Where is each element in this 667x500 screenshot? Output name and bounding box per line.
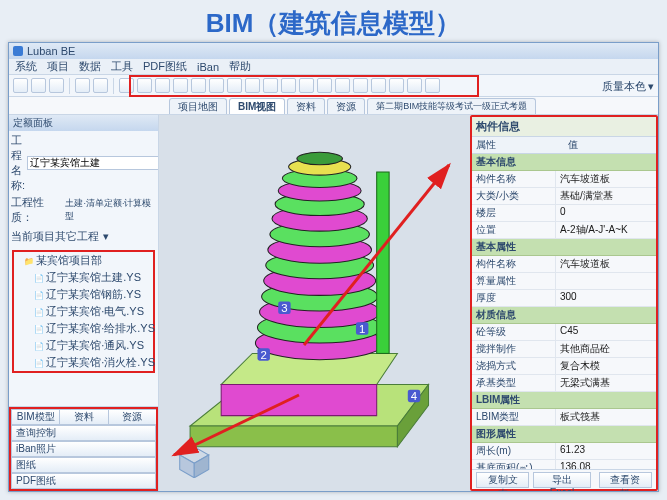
prop-row[interactable]: 厚度300	[472, 290, 656, 307]
prop-row[interactable]: 砼等级C45	[472, 324, 656, 341]
prop-value: C45	[556, 324, 656, 340]
toolbar-button[interactable]	[353, 78, 368, 93]
menu-data[interactable]: 数据	[79, 59, 101, 74]
toolbar-button[interactable]	[31, 78, 46, 93]
prop-value: 复合木模	[556, 358, 656, 374]
prop-group-header[interactable]: 基本信息	[472, 154, 656, 171]
toolbar-button[interactable]	[299, 78, 314, 93]
toolbar-button[interactable]	[389, 78, 404, 93]
tab-resource[interactable]: 资源	[327, 98, 365, 114]
prop-key: 浇捣方式	[472, 358, 556, 374]
quality-label[interactable]: 质量本色▾	[602, 75, 654, 97]
prop-row[interactable]: 周长(m)61.23	[472, 443, 656, 460]
tree-item[interactable]: 辽宁某宾馆·通风.YS	[14, 337, 153, 354]
svg-text:3: 3	[281, 302, 287, 314]
project-name-label: 工程名称:	[11, 133, 25, 193]
menu-help[interactable]: 帮助	[229, 59, 251, 74]
toolbar-button[interactable]	[317, 78, 332, 93]
toolbar-button[interactable]	[13, 78, 28, 93]
tree-item[interactable]: 辽宁某宾馆土建.YS	[14, 269, 153, 286]
nav-drawings[interactable]: 图纸	[11, 457, 156, 473]
toolbar-button[interactable]	[371, 78, 386, 93]
toolbar-separator	[69, 78, 70, 94]
tab-exam[interactable]: 第二期BIM技能等级考试一级正式考题	[367, 98, 536, 114]
property-panel-title: 构件信息	[472, 117, 656, 137]
prop-group-header[interactable]: LBIM属性	[472, 392, 656, 409]
property-list[interactable]: 基本信息构件名称汽车坡道板大类/小类基础/满堂基楼层0位置A-2轴/A-J'-A…	[472, 154, 656, 469]
menu-pdf[interactable]: PDF图纸	[143, 59, 187, 74]
nav-query[interactable]: 查询控制	[11, 425, 156, 441]
prop-row[interactable]: 大类/小类基础/满堂基	[472, 188, 656, 205]
prop-row[interactable]: 搅拌制作其他商品砼	[472, 341, 656, 358]
prop-row[interactable]: 基底面积(㎡)136.08	[472, 460, 656, 469]
toolbar-separator	[113, 78, 114, 94]
left-panel: 定额面板 工程名称: 选择 工程性质： 土建·清单定额·计算模型 当前项目其它工…	[9, 115, 159, 491]
app-title: Luban BE	[27, 45, 75, 57]
menu-project[interactable]: 项目	[47, 59, 69, 74]
prop-row[interactable]: 算量属性	[472, 273, 656, 290]
prop-key: 厚度	[472, 290, 556, 306]
nav-bim-model[interactable]: BIM模型	[11, 409, 59, 425]
menu-tools[interactable]: 工具	[111, 59, 133, 74]
prop-row[interactable]: 构件名称汽车坡道板	[472, 256, 656, 273]
nav-resource[interactable]: 资源	[108, 409, 156, 425]
toolbar-button[interactable]	[245, 78, 260, 93]
export-excel-button[interactable]: 导出Excel	[533, 472, 591, 488]
toolbar-button[interactable]	[75, 78, 90, 93]
toolbar-button[interactable]	[209, 78, 224, 93]
tab-material[interactable]: 资料	[287, 98, 325, 114]
toolbar-button[interactable]	[227, 78, 242, 93]
tree-item[interactable]: 辽宁某宾馆·给排水.YS	[14, 320, 153, 337]
prop-value: 136.08	[556, 460, 656, 469]
prop-row[interactable]: LBIM类型板式筏基	[472, 409, 656, 426]
toolbar: 质量本色▾	[9, 75, 658, 97]
tree-item[interactable]: 辽宁某宾馆·电气.YS	[14, 303, 153, 320]
prop-row[interactable]: 构件名称汽车坡道板	[472, 171, 656, 188]
toolbar-button[interactable]	[425, 78, 440, 93]
project-name-input[interactable]	[27, 156, 158, 170]
prop-row[interactable]: 位置A-2轴/A-J'-A~K	[472, 222, 656, 239]
menu-iban[interactable]: iBan	[197, 61, 219, 73]
prop-row[interactable]: 楼层0	[472, 205, 656, 222]
switch-project-label: 当前项目其它工程	[11, 229, 99, 244]
project-tree[interactable]: 某宾馆项目部 辽宁某宾馆土建.YS 辽宁某宾馆钢筋.YS 辽宁某宾馆·电气.YS…	[11, 246, 156, 377]
svg-point-18	[297, 152, 343, 164]
copy-text-button[interactable]: 复制文本	[476, 472, 529, 488]
toolbar-button[interactable]	[263, 78, 278, 93]
tree-item[interactable]: 辽宁某宾馆·消火栓.YS	[14, 354, 153, 371]
prop-key: 基底面积(㎡)	[472, 460, 556, 469]
toolbar-button[interactable]	[119, 78, 134, 93]
prop-header-key: 属性	[472, 137, 564, 153]
nav-pdf-drawings[interactable]: PDF图纸	[11, 473, 156, 489]
prop-key: 大类/小类	[472, 188, 556, 204]
toolbar-button[interactable]	[49, 78, 64, 93]
toolbar-button[interactable]	[335, 78, 350, 93]
prop-key: 位置	[472, 222, 556, 238]
tab-map[interactable]: 项目地图	[169, 98, 227, 114]
toolbar-button[interactable]	[281, 78, 296, 93]
menu-system[interactable]: 系统	[15, 59, 37, 74]
building-model: 3 2 1 4	[159, 115, 470, 478]
nav-iban-photo[interactable]: iBan照片	[11, 441, 156, 457]
prop-value: 61.23	[556, 443, 656, 459]
tree-root[interactable]: 某宾馆项目部	[14, 252, 153, 269]
prop-group-header[interactable]: 基本属性	[472, 239, 656, 256]
tab-bim-view[interactable]: BIM视图	[229, 98, 285, 114]
prop-key: 构件名称	[472, 171, 556, 187]
nav-material[interactable]: 资料	[59, 409, 107, 425]
prop-row[interactable]: 浇捣方式复合木模	[472, 358, 656, 375]
prop-group-header[interactable]: 图形属性	[472, 426, 656, 443]
toolbar-button[interactable]	[191, 78, 206, 93]
toolbar-button[interactable]	[155, 78, 170, 93]
view-material-button[interactable]: 查看资料	[599, 472, 652, 488]
toolbar-button[interactable]	[137, 78, 152, 93]
toolbar-button[interactable]	[173, 78, 188, 93]
prop-group-header[interactable]: 材质信息	[472, 307, 656, 324]
prop-key: 搅拌制作	[472, 341, 556, 357]
titlebar: Luban BE	[9, 43, 658, 59]
prop-row[interactable]: 承基类型无梁式满基	[472, 375, 656, 392]
bim-3d-viewport[interactable]: 3 2 1 4	[159, 115, 470, 491]
tree-item[interactable]: 辽宁某宾馆钢筋.YS	[14, 286, 153, 303]
toolbar-button[interactable]	[407, 78, 422, 93]
toolbar-button[interactable]	[93, 78, 108, 93]
